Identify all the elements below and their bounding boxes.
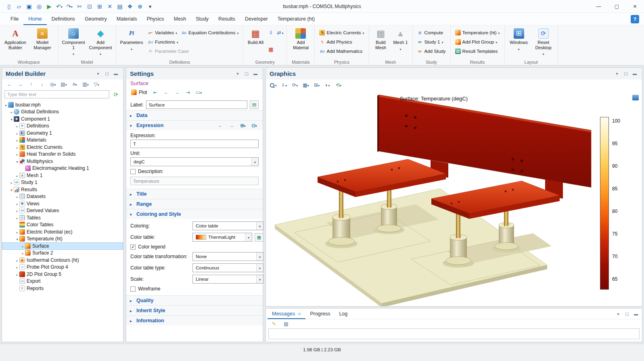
collapse-caret-icon[interactable] <box>9 179 14 185</box>
collapse-caret-icon[interactable] <box>15 201 19 207</box>
menu-tab-file[interactable]: File <box>6 13 23 25</box>
close-tab-icon[interactable]: ✕ <box>298 312 301 316</box>
paste-icon[interactable]: ⊞ <box>95 2 105 11</box>
tree-item-reports[interactable]: Reports <box>2 285 123 292</box>
tree-item-surface-2[interactable]: Surface 2 <box>2 250 123 257</box>
plot-in-icon[interactable]: ▭ <box>194 88 204 97</box>
menu-tab-study[interactable]: Study <box>191 13 213 25</box>
collapse-caret-icon[interactable] <box>15 137 19 143</box>
color-legend-checkbox[interactable] <box>130 244 136 250</box>
expression-presets-icon[interactable]: ⊞ <box>238 121 248 130</box>
collapse-caret-icon[interactable] <box>15 123 19 129</box>
panel-float-icon[interactable]: ▢ <box>103 70 111 77</box>
section-range[interactable]: Range <box>126 199 263 209</box>
panel-menu-icon[interactable]: ▾ <box>234 70 241 77</box>
close-button[interactable]: ✕ <box>626 0 644 13</box>
tab-log[interactable]: Log <box>335 309 352 319</box>
back-icon[interactable]: ← <box>4 79 14 89</box>
tree-item-2d-plot-group-5[interactable]: 2D Plot Group 5 <box>2 271 123 278</box>
rename-button[interactable]: ▤ <box>250 100 259 109</box>
tree-item-temperature-ht[interactable]: Temperature (ht) <box>2 236 123 243</box>
copy-icon[interactable]: ⊡ <box>85 2 94 11</box>
customize-toolbar-icon[interactable]: ▾ <box>145 2 155 11</box>
minimize-button[interactable]: — <box>590 0 608 13</box>
add-plot-group-button[interactable]: Add Plot Group <box>454 38 502 46</box>
label-input[interactable] <box>146 100 247 109</box>
tree-item-isothermal-contours-ht[interactable]: Isothermal Contours (ht) <box>2 257 123 264</box>
maximize-button[interactable]: ▢ <box>608 0 626 13</box>
previous-plot-icon[interactable]: ← <box>161 88 171 97</box>
insert-expression-icon[interactable]: → <box>227 121 236 130</box>
windows-button[interactable]: Windows <box>508 27 530 51</box>
new-file-icon[interactable]: ▯ <box>4 2 14 11</box>
collapse-caret-icon[interactable] <box>15 264 19 270</box>
model-tree-node-text-icon[interactable]: ▤ <box>59 79 69 89</box>
expand-caret-icon[interactable] <box>15 159 19 164</box>
coloring-select[interactable]: Color table <box>192 221 263 230</box>
expand-collapse-icon[interactable]: ≡ <box>70 79 79 89</box>
tree-filter-input[interactable] <box>4 90 109 98</box>
properties-icon[interactable]: ▤ <box>115 2 125 11</box>
first-plot-icon[interactable]: ⇤ <box>151 88 160 97</box>
collapse-caret-icon[interactable] <box>15 194 19 199</box>
wireframe-checkbox[interactable] <box>130 286 136 292</box>
collapse-caret-icon[interactable] <box>15 229 19 235</box>
graphics-scene[interactable]: Surface: Temperature (degC) 100959085807… <box>266 91 642 306</box>
reset-desktop-button[interactable]: Reset Desktop <box>532 27 555 56</box>
expand-caret-icon[interactable] <box>9 187 14 192</box>
compute-button[interactable]: Compute <box>416 29 447 37</box>
collapse-caret-icon[interactable] <box>15 257 19 263</box>
menu-tab-home[interactable]: Home <box>23 13 46 25</box>
expression-input[interactable] <box>130 140 259 148</box>
import-geometry-button[interactable] <box>267 29 275 37</box>
save-icon[interactable]: ▣ <box>24 2 34 11</box>
expand-caret-icon[interactable] <box>15 236 19 242</box>
section-information[interactable]: Information <box>126 315 263 326</box>
scale-select[interactable]: Linear <box>192 275 263 284</box>
color-table-type-select[interactable]: Continuous <box>192 263 263 272</box>
next-plot-icon[interactable]: → <box>172 88 182 97</box>
run-icon[interactable]: ▶ <box>44 2 54 11</box>
open-file-icon[interactable]: ▱ <box>14 2 24 11</box>
description-checkbox[interactable] <box>130 169 136 174</box>
panel-close-icon[interactable]: ▬ <box>632 311 640 318</box>
redo-icon[interactable]: ↷ <box>65 2 74 11</box>
temperature-ht-button[interactable]: Temperature (ht) <box>454 29 502 37</box>
tab-messages[interactable]: Messages✕ <box>268 309 305 319</box>
panel-close-icon[interactable]: ▬ <box>252 70 259 77</box>
panel-float-icon[interactable]: ▢ <box>622 70 629 77</box>
go-to-default-view-icon[interactable]: ⇩ <box>279 80 289 90</box>
tree-item-component-1[interactable]: Component 1 <box>2 115 123 123</box>
collapse-caret-icon[interactable] <box>15 130 19 136</box>
panel-close-icon[interactable]: ▬ <box>112 70 119 77</box>
section-coloring-and-style[interactable]: Coloring and Style <box>126 209 263 219</box>
collapse-caret-icon[interactable] <box>21 250 25 256</box>
panel-menu-icon[interactable]: ▾ <box>615 311 622 318</box>
plot-button[interactable]: Plot <box>130 89 149 96</box>
zoom-extents-icon[interactable] <box>268 80 278 90</box>
help-button[interactable]: ? <box>631 15 639 23</box>
menu-tab-developer[interactable]: Developer <box>240 13 273 25</box>
tree-item-electric-currents[interactable]: Electric Currents <box>2 144 123 151</box>
tree-item-datasets[interactable]: Datasets <box>2 193 123 200</box>
tree-item-probe-plot-group-4[interactable]: Probe Plot Group 4 <box>2 264 123 271</box>
section-data[interactable]: Data <box>126 110 263 120</box>
plot-settings-icon[interactable] <box>632 95 639 100</box>
tree-item-definitions[interactable]: Definitions <box>2 123 123 130</box>
color-table-select[interactable]: ThermalLight <box>192 233 252 242</box>
node-grouping-icon[interactable]: ▥ <box>81 79 90 89</box>
panel-close-icon[interactable]: ▬ <box>631 70 638 77</box>
tree-item-materials[interactable]: Materials <box>2 137 123 144</box>
panel-float-icon[interactable]: ▢ <box>623 311 631 318</box>
tree-item-views[interactable]: Views <box>2 200 123 207</box>
model-manager-button[interactable]: Model Manager <box>30 27 55 50</box>
component-1-button[interactable]: Component 1 <box>61 27 86 56</box>
add-material-button[interactable]: Add Material <box>290 27 312 50</box>
move-down-icon[interactable]: ↓ <box>37 79 47 89</box>
functions-button[interactable]: Functions <box>146 38 180 46</box>
cut-icon[interactable]: ✂ <box>75 2 84 11</box>
menu-tab-temperature-ht[interactable]: Temperature (ht) <box>273 13 320 25</box>
tree-item-derived-values[interactable]: Derived Values <box>2 207 123 215</box>
application-builder-button[interactable]: Application Builder <box>3 27 28 50</box>
tree-item-multiphysics[interactable]: Multiphysics <box>2 158 123 165</box>
